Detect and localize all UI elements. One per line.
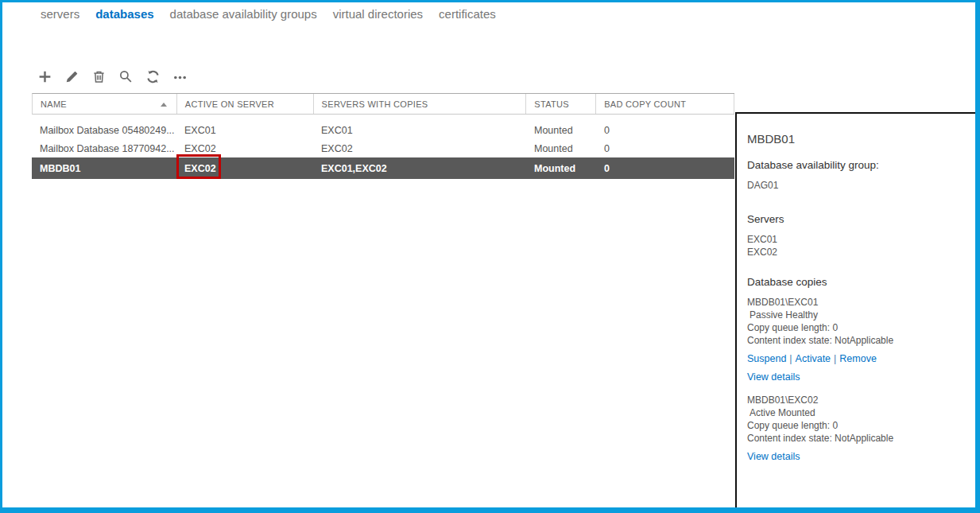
dag-label: Database availability group: bbox=[747, 158, 967, 173]
delete-icon bbox=[91, 69, 107, 84]
table-row[interactable]: Mailbox Database 18770942... EXC02 EXC02… bbox=[32, 139, 734, 157]
more-button[interactable] bbox=[170, 67, 190, 87]
tab-database-availability-groups[interactable]: database availability groups bbox=[170, 7, 317, 21]
copy-queue-length: Copy queue length: 0 bbox=[747, 419, 967, 432]
delete-button[interactable] bbox=[89, 67, 109, 87]
cell-status: Mounted bbox=[526, 143, 596, 154]
server-item: EXC02 bbox=[747, 246, 967, 258]
action-separator: | bbox=[834, 353, 836, 364]
cell-name: Mailbox Database 05480249... bbox=[32, 125, 176, 136]
copy-name: MBDB01\EXC02 bbox=[747, 394, 967, 406]
dag-value: DAG01 bbox=[747, 179, 967, 192]
cell-active-on-server: EXC01 bbox=[176, 125, 313, 136]
table-row-selected[interactable]: MBDB01 EXC02 EXC01,EXC02 Mounted 0 bbox=[32, 157, 734, 179]
activate-link[interactable]: Activate bbox=[796, 353, 831, 364]
action-separator: | bbox=[789, 353, 792, 364]
cell-name: MBDB01 bbox=[32, 163, 176, 174]
column-header-bad-copy-count[interactable]: BAD COPY COUNT bbox=[596, 94, 734, 114]
add-button[interactable] bbox=[35, 67, 55, 87]
database-copy-block: MBDB01\EXC02 Active Mounted Copy queue l… bbox=[747, 394, 967, 445]
copy-state: Passive Healthy bbox=[747, 309, 967, 321]
copy-queue-length: Copy queue length: 0 bbox=[747, 321, 967, 334]
cell-name: Mailbox Database 18770942... bbox=[32, 143, 176, 154]
database-copies-label: Database copies bbox=[747, 275, 967, 290]
cell-active-on-server: EXC02 bbox=[176, 143, 313, 154]
cell-bad-copy-count: 0 bbox=[596, 163, 734, 174]
view-details-row: View details bbox=[747, 450, 967, 463]
table-header: NAME ACTIVE ON SERVER SERVERS WITH COPIE… bbox=[32, 93, 734, 115]
cell-servers-with-copies: EXC02 bbox=[313, 143, 526, 154]
remove-link[interactable]: Remove bbox=[839, 353, 877, 364]
sort-asc-icon bbox=[161, 103, 167, 107]
column-header-active-on-server[interactable]: ACTIVE ON SERVER bbox=[177, 94, 314, 114]
column-header-name[interactable]: NAME bbox=[33, 94, 177, 114]
cell-status: Mounted bbox=[526, 125, 596, 136]
column-header-servers-with-copies[interactable]: SERVERS WITH COPIES bbox=[314, 94, 527, 114]
database-table: NAME ACTIVE ON SERVER SERVERS WITH COPIE… bbox=[32, 93, 734, 179]
server-item: EXC01 bbox=[747, 233, 967, 246]
cell-servers-with-copies: EXC01 bbox=[313, 125, 526, 136]
servers-list: EXC01 EXC02 bbox=[747, 233, 967, 258]
more-icon bbox=[172, 69, 188, 84]
column-header-status[interactable]: STATUS bbox=[526, 94, 596, 114]
cell-servers-with-copies: EXC01,EXC02 bbox=[313, 163, 526, 174]
servers-label: Servers bbox=[747, 212, 967, 227]
top-navigation: servers databases database availability … bbox=[41, 7, 496, 21]
search-icon bbox=[118, 69, 134, 84]
suspend-link[interactable]: Suspend bbox=[747, 353, 786, 364]
copy-name: MBDB01\EXC01 bbox=[747, 296, 967, 309]
cell-bad-copy-count: 0 bbox=[596, 125, 734, 136]
edit-button[interactable] bbox=[62, 67, 82, 87]
details-pane: MBDB01 Database availability group: DAG0… bbox=[735, 112, 975, 507]
add-icon bbox=[37, 69, 52, 84]
view-details-row: View details bbox=[747, 371, 967, 383]
cell-status: Mounted bbox=[526, 163, 596, 174]
search-button[interactable] bbox=[116, 67, 136, 87]
tab-virtual-directories[interactable]: virtual directories bbox=[333, 7, 423, 21]
database-copy-block: MBDB01\EXC01 Passive Healthy Copy queue … bbox=[747, 296, 967, 347]
cell-bad-copy-count: 0 bbox=[596, 143, 734, 154]
content-index-state: Content index state: NotApplicable bbox=[747, 334, 967, 347]
column-header-name-label: NAME bbox=[41, 99, 67, 109]
tab-certificates[interactable]: certificates bbox=[439, 7, 496, 21]
table-row[interactable]: Mailbox Database 05480249... EXC01 EXC01… bbox=[32, 121, 734, 139]
cell-active-on-server: EXC02 bbox=[176, 163, 313, 174]
table-body: Mailbox Database 05480249... EXC01 EXC01… bbox=[32, 115, 734, 179]
copy-actions: Suspend|Activate|Remove bbox=[747, 352, 967, 365]
refresh-icon bbox=[145, 69, 161, 84]
copy-state: Active Mounted bbox=[747, 406, 967, 419]
view-details-link[interactable]: View details bbox=[747, 371, 800, 383]
tab-databases[interactable]: databases bbox=[95, 7, 153, 21]
edit-icon bbox=[64, 69, 79, 84]
content-index-state: Content index state: NotApplicable bbox=[747, 432, 967, 445]
details-title: MBDB01 bbox=[747, 131, 967, 147]
toolbar bbox=[35, 67, 190, 87]
view-details-link[interactable]: View details bbox=[747, 451, 800, 462]
tab-servers[interactable]: servers bbox=[41, 7, 79, 21]
page-frame: servers databases database availability … bbox=[0, 0, 980, 513]
refresh-button[interactable] bbox=[143, 67, 163, 87]
